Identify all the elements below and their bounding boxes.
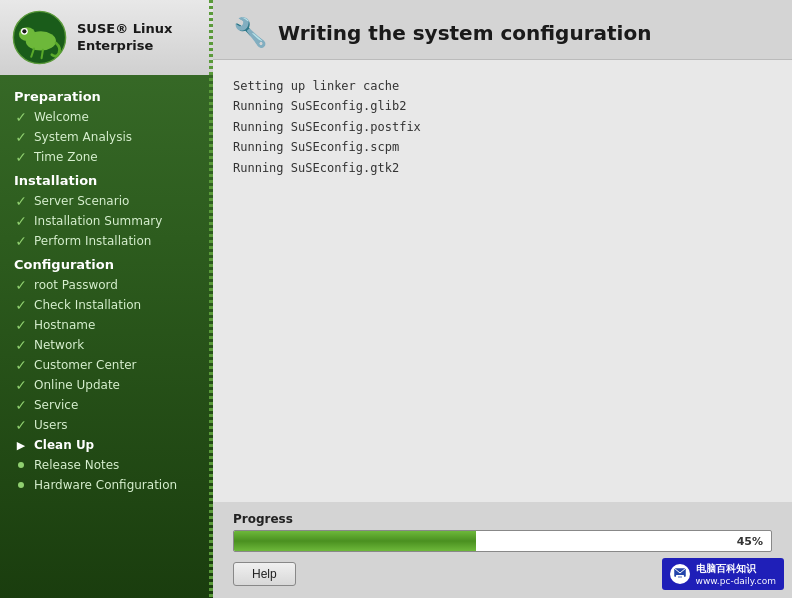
svg-point-4: [22, 29, 26, 33]
check-bullet: ✓: [14, 150, 28, 164]
check-bullet: ✓: [14, 298, 28, 312]
nav-item-network[interactable]: ✓ Network: [0, 335, 213, 355]
suse-logo-icon: [12, 10, 67, 65]
nav-label: Check Installation: [34, 298, 141, 312]
svg-line-6: [42, 50, 43, 58]
nav-item-users[interactable]: ✓ Users: [0, 415, 213, 435]
nav-label: Service: [34, 398, 78, 412]
help-button[interactable]: Help: [233, 562, 296, 586]
arrow-bullet: ▶: [14, 438, 28, 452]
check-bullet: ✓: [14, 318, 28, 332]
checkmark-icon: ✓: [15, 109, 27, 125]
sidebar: SUSE® LinuxEnterprise Preparation ✓ Welc…: [0, 0, 213, 598]
checkmark-icon: ✓: [15, 357, 27, 373]
main-footer: Progress 45% Help: [213, 502, 792, 598]
dot-icon: [18, 462, 24, 468]
config-icon: 🔧: [233, 16, 268, 49]
footer-buttons: Help: [233, 562, 772, 586]
main-panel: 🔧 Writing the system configuration Setti…: [213, 0, 792, 598]
nav-label: Network: [34, 338, 84, 352]
nav-item-online-update[interactable]: ✓ Online Update: [0, 375, 213, 395]
checkmark-icon: ✓: [15, 417, 27, 433]
suse-brand: SUSE® LinuxEnterprise: [77, 21, 172, 55]
check-bullet: ✓: [14, 194, 28, 208]
check-bullet: ✓: [14, 418, 28, 432]
check-bullet: ✓: [14, 234, 28, 248]
nav-label: Welcome: [34, 110, 89, 124]
checkmark-icon: ✓: [15, 337, 27, 353]
sidebar-header: SUSE® LinuxEnterprise: [0, 0, 213, 75]
progress-label: Progress: [233, 512, 772, 526]
log-line-1: Setting up linker cache: [233, 76, 772, 96]
checkmark-icon: ✓: [15, 213, 27, 229]
log-output: Setting up linker cache Running SuSEconf…: [213, 60, 792, 502]
check-bullet: ✓: [14, 338, 28, 352]
nav-label: Users: [34, 418, 68, 432]
nav-item-perform-installation[interactable]: ✓ Perform Installation: [0, 231, 213, 251]
nav-item-hardware-configuration[interactable]: Hardware Configuration: [0, 475, 213, 495]
log-line-2: Running SuSEconfig.glib2: [233, 96, 772, 116]
nav-item-root-password[interactable]: ✓ root Password: [0, 275, 213, 295]
checkmark-icon: ✓: [15, 377, 27, 393]
checkmark-icon: ✓: [15, 317, 27, 333]
nav-label: Customer Center: [34, 358, 137, 372]
dot-bullet: [14, 458, 28, 472]
check-bullet: ✓: [14, 358, 28, 372]
nav-label: System Analysis: [34, 130, 132, 144]
main-header: 🔧 Writing the system configuration: [213, 0, 792, 60]
nav-label: Perform Installation: [34, 234, 151, 248]
nav-item-installation-summary[interactable]: ✓ Installation Summary: [0, 211, 213, 231]
dot-bullet: [14, 478, 28, 492]
progress-bar-fill: [234, 531, 476, 551]
nav-label: Hostname: [34, 318, 95, 332]
nav-label: Server Scenario: [34, 194, 129, 208]
checkmark-icon: ✓: [15, 193, 27, 209]
nav-label: Clean Up: [34, 438, 94, 452]
checkmark-icon: ✓: [15, 397, 27, 413]
checkmark-icon: ✓: [15, 277, 27, 293]
nav-item-server-scenario[interactable]: ✓ Server Scenario: [0, 191, 213, 211]
nav-label: Installation Summary: [34, 214, 162, 228]
section-label-configuration: Configuration: [0, 251, 213, 275]
log-line-4: Running SuSEconfig.scpm: [233, 137, 772, 157]
checkmark-icon: ✓: [15, 149, 27, 165]
dot-icon: [18, 482, 24, 488]
nav-item-welcome[interactable]: ✓ Welcome: [0, 107, 213, 127]
log-line-5: Running SuSEconfig.gtk2: [233, 158, 772, 178]
nav-label: Online Update: [34, 378, 120, 392]
check-bullet: ✓: [14, 130, 28, 144]
check-bullet: ✓: [14, 398, 28, 412]
nav-item-check-installation[interactable]: ✓ Check Installation: [0, 295, 213, 315]
nav-item-system-analysis[interactable]: ✓ System Analysis: [0, 127, 213, 147]
log-line-3: Running SuSEconfig.postfix: [233, 117, 772, 137]
check-bullet: ✓: [14, 278, 28, 292]
nav-item-customer-center[interactable]: ✓ Customer Center: [0, 355, 213, 375]
nav-item-timezone[interactable]: ✓ Time Zone: [0, 147, 213, 167]
nav-item-hostname[interactable]: ✓ Hostname: [0, 315, 213, 335]
nav-label: Release Notes: [34, 458, 119, 472]
progress-bar-container: 45%: [233, 530, 772, 552]
checkmark-icon: ✓: [15, 129, 27, 145]
main-title: Writing the system configuration: [278, 21, 651, 45]
checkmark-icon: ✓: [15, 297, 27, 313]
section-label-preparation: Preparation: [0, 83, 213, 107]
nav-label: root Password: [34, 278, 118, 292]
check-bullet: ✓: [14, 214, 28, 228]
nav-label: Hardware Configuration: [34, 478, 177, 492]
checkmark-icon: ✓: [15, 233, 27, 249]
arrow-right-icon: ▶: [17, 439, 25, 452]
section-label-installation: Installation: [0, 167, 213, 191]
nav-label: Time Zone: [34, 150, 98, 164]
check-bullet: ✓: [14, 110, 28, 124]
nav-item-service[interactable]: ✓ Service: [0, 395, 213, 415]
sidebar-navigation: Preparation ✓ Welcome ✓ System Analysis …: [0, 75, 213, 598]
nav-item-release-notes[interactable]: Release Notes: [0, 455, 213, 475]
check-bullet: ✓: [14, 378, 28, 392]
progress-text: 45%: [737, 535, 763, 548]
nav-item-clean-up[interactable]: ▶ Clean Up: [0, 435, 213, 455]
